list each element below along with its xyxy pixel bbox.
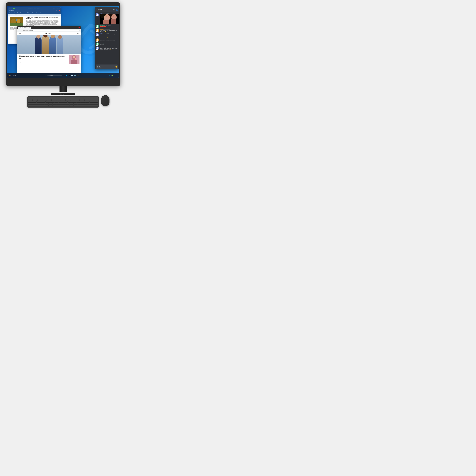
key-f11[interactable] [83,97,88,99]
key-f3[interactable] [43,97,48,99]
browser-close[interactable]: ✕ [79,27,81,28]
music-menu-link[interactable]: menu [18,33,21,34]
toolbar-redo[interactable]: ↪ [14,14,15,15]
key-d[interactable] [49,103,52,104]
key-f5[interactable] [53,97,58,99]
key-ralt[interactable] [74,107,78,108]
key-0[interactable] [75,99,80,101]
key-right[interactable] [94,107,98,108]
key-down[interactable] [90,107,94,108]
tray-battery[interactable]: 🔋 [112,75,113,76]
key-3[interactable] [42,99,47,101]
key-f1[interactable] [33,97,38,99]
toolbar-italic[interactable]: I [21,14,21,15]
forward-button[interactable]: → [19,30,20,31]
key-8[interactable] [66,99,70,101]
ribbon-references[interactable]: References [27,12,32,13]
key-left[interactable] [86,107,90,108]
ribbon-layout[interactable]: Layout [24,12,26,13]
key-rshift[interactable] [82,105,94,106]
tray-network[interactable]: 🌐 [109,75,110,76]
ribbon-design[interactable]: Design [20,12,23,13]
ribbon-home[interactable]: Home [11,12,13,13]
key-f12[interactable] [88,97,93,99]
chat-message-input[interactable]: Message #chat [101,67,115,67]
browser-tab-close[interactable]: ✕ [29,27,30,28]
music-article-headline[interactable]: Toronto Four piece release UK Garage ins… [18,56,68,59]
key-fn[interactable] [78,107,82,108]
key-2[interactable] [37,99,42,101]
taskbar-store-icon[interactable]: 🛍 [68,74,70,77]
chat-search-icon[interactable]: 🔍 [113,9,115,11]
key-j[interactable] [65,103,69,104]
key-b[interactable] [57,105,61,106]
key-h[interactable] [61,103,65,104]
key-comma[interactable] [69,105,73,106]
key-f7[interactable] [63,97,68,99]
key-y[interactable] [59,101,63,102]
key-6[interactable] [56,99,61,101]
taskbar-mail-icon[interactable]: 📧 [71,74,73,77]
key-c[interactable] [49,105,52,106]
key-backtick[interactable] [28,99,33,101]
key-semicolon[interactable] [78,103,82,104]
key-space[interactable] [44,107,74,108]
tray-chevron[interactable]: ⌃ [108,75,109,76]
key-t[interactable] [54,101,59,102]
taskbar-camera-icon[interactable]: 📷 [77,74,79,77]
ribbon-help[interactable]: Help [43,12,45,13]
taskbar-clock[interactable]: 11:11 AM 10/27/2023 [114,74,118,77]
key-f6[interactable] [58,97,63,99]
keyboard[interactable] [27,96,99,107]
key-u[interactable] [63,101,67,102]
chat-emoji-icon[interactable]: 😊 [115,66,117,68]
windows-start-button[interactable] [45,75,47,76]
address-input[interactable]: https://theedge/music/view [22,30,79,31]
toolbar-size[interactable]: 11 [18,14,19,15]
key-f2[interactable] [38,97,43,99]
key-f[interactable] [53,103,57,104]
reload-button[interactable]: ↻ [21,30,22,31]
word-share[interactable]: Share [53,8,55,9]
key-del[interactable] [93,97,98,99]
key-rctrl[interactable] [82,107,86,108]
key-lalt[interactable] [40,107,44,108]
key-z[interactable] [40,105,44,106]
key-quote[interactable] [82,103,86,104]
key-tab[interactable] [28,101,36,102]
key-f8[interactable] [68,97,73,99]
ribbon-view[interactable]: View [40,12,42,13]
key-lbracket[interactable] [81,101,85,102]
key-5[interactable] [51,99,56,101]
key-a[interactable] [40,103,44,104]
key-l[interactable] [74,103,78,104]
ribbon-file[interactable]: File [9,12,10,13]
minimize-button[interactable]: ─ [56,10,57,11]
tray-volume[interactable]: 🔊 [111,75,112,76]
key-4[interactable] [47,99,51,101]
browser-tab[interactable]: 🎵 The Edge - MUSIC/USA ✕ [17,27,31,29]
key-backspace[interactable] [89,99,98,101]
key-f10[interactable] [78,97,83,99]
ribbon-draw[interactable]: Draw [17,12,19,13]
toolbar-font[interactable]: Calibri [16,14,17,15]
key-q[interactable] [37,101,41,102]
chat-input-area[interactable]: 📷 🖼 Message #chat 😊 [96,65,118,69]
taskbar-settings-icon[interactable]: ⚙️ [74,74,76,77]
autosave-toggle[interactable]: ON [13,8,15,9]
key-slash[interactable] [78,105,82,106]
key-m[interactable] [65,105,69,106]
key-period[interactable] [74,105,78,106]
browser-minimize[interactable]: ─ [76,27,78,28]
key-v[interactable] [53,105,57,106]
back-button[interactable]: ← [17,30,19,31]
key-k[interactable] [69,103,73,104]
key-s[interactable] [44,103,48,104]
key-equals[interactable] [85,99,89,101]
ribbon-insert[interactable]: Insert [14,12,17,13]
toolbar-search[interactable]: 🔍 Search [9,14,12,15]
key-9[interactable] [70,99,75,101]
key-up[interactable] [94,105,98,106]
key-g[interactable] [57,103,61,104]
key-7[interactable] [61,99,65,101]
